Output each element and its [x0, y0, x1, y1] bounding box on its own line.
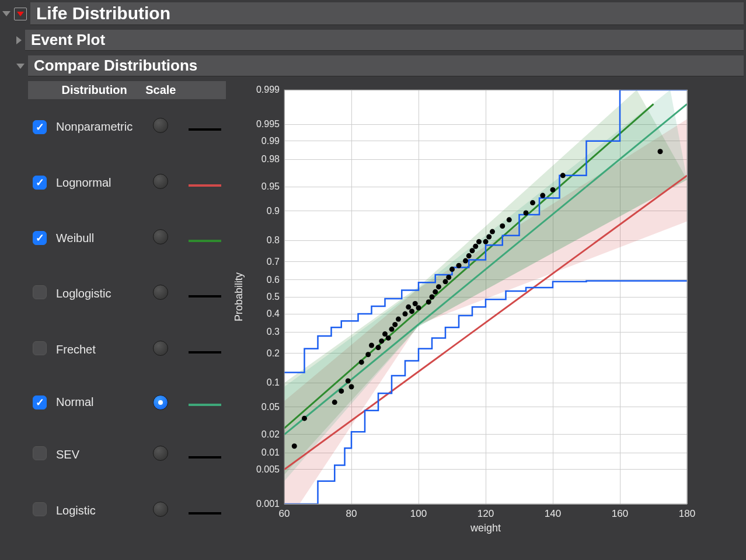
svg-point-84	[456, 263, 462, 268]
svg-text:100: 100	[410, 508, 427, 519]
svg-point-98	[550, 187, 556, 192]
svg-text:60: 60	[279, 508, 290, 519]
svg-point-58	[332, 400, 337, 405]
svg-text:0.95: 0.95	[262, 181, 280, 191]
svg-point-60	[346, 379, 351, 384]
distribution-row: SEV	[28, 427, 226, 482]
distribution-name: Logistic	[51, 483, 137, 538]
compare-body: Distribution Scale NonparametricLognorma…	[28, 79, 746, 538]
svg-point-67	[382, 331, 388, 337]
svg-point-75	[413, 301, 418, 306]
col-scale: Scale	[137, 81, 184, 99]
svg-point-64	[369, 342, 374, 348]
svg-point-96	[530, 200, 535, 205]
svg-point-71	[396, 317, 401, 322]
distribution-row: Loglogistic	[28, 266, 226, 321]
distribution-table: Distribution Scale NonparametricLognorma…	[28, 81, 226, 538]
svg-text:0.9: 0.9	[267, 206, 280, 216]
svg-text:Probability: Probability	[233, 272, 245, 321]
svg-point-69	[389, 327, 395, 332]
distribution-name: Weibull	[51, 211, 137, 266]
probability-plot[interactable]: 60801001201401601800.0010.0050.010.020.0…	[232, 81, 699, 538]
svg-point-77	[426, 299, 431, 304]
col-distribution: Distribution	[51, 81, 137, 99]
scale-radio[interactable]	[153, 395, 168, 410]
svg-point-59	[339, 388, 344, 394]
svg-text:0.1: 0.1	[267, 377, 280, 387]
svg-point-79	[433, 289, 438, 295]
svg-text:180: 180	[679, 508, 695, 519]
distribution-row: Lognormal	[28, 155, 226, 210]
scale-radio[interactable]	[153, 174, 168, 189]
svg-point-94	[507, 217, 512, 222]
svg-text:0.3: 0.3	[267, 327, 280, 337]
svg-text:0.8: 0.8	[267, 235, 280, 245]
line-color-swatch	[189, 351, 221, 354]
svg-text:0.4: 0.4	[267, 309, 280, 318]
line-color-swatch	[189, 240, 221, 242]
scale-radio[interactable]	[153, 118, 168, 133]
line-color-swatch	[189, 295, 221, 298]
compare-title: Compare Distributions	[28, 55, 744, 76]
line-color-swatch	[189, 512, 221, 514]
svg-point-90	[483, 239, 489, 244]
svg-point-95	[524, 210, 529, 215]
svg-point-76	[416, 305, 421, 310]
distribution-checkbox[interactable]	[33, 176, 47, 190]
line-color-swatch	[189, 404, 221, 406]
svg-text:0.5: 0.5	[267, 292, 280, 302]
svg-text:0.6: 0.6	[267, 275, 280, 285]
svg-point-63	[366, 352, 371, 357]
scale-radio[interactable]	[153, 502, 168, 517]
svg-point-65	[376, 345, 381, 350]
svg-text:0.01: 0.01	[262, 447, 280, 457]
distribution-row: Frechet	[28, 321, 226, 377]
svg-point-82	[447, 275, 452, 280]
distribution-checkbox[interactable]	[33, 341, 47, 355]
line-color-swatch	[189, 128, 221, 131]
svg-point-88	[473, 244, 479, 249]
distribution-checkbox[interactable]	[33, 285, 47, 299]
svg-point-73	[406, 304, 412, 310]
svg-text:0.98: 0.98	[262, 154, 280, 164]
svg-text:140: 140	[545, 508, 561, 519]
distribution-name: SEV	[51, 427, 137, 482]
scale-radio[interactable]	[153, 341, 168, 356]
svg-point-56	[292, 443, 297, 449]
svg-point-87	[470, 248, 475, 253]
distribution-checkbox[interactable]	[33, 446, 47, 460]
scale-radio[interactable]	[153, 229, 168, 244]
svg-text:0.02: 0.02	[262, 429, 280, 439]
distribution-checkbox[interactable]	[33, 120, 47, 134]
chevron-down-icon[interactable]	[2, 11, 11, 16]
svg-point-85	[463, 258, 468, 264]
distribution-row: Logistic	[28, 483, 226, 538]
distribution-name: Lognormal	[51, 155, 137, 210]
svg-point-81	[443, 279, 448, 284]
svg-text:weight: weight	[470, 522, 501, 534]
svg-point-70	[393, 322, 398, 327]
scale-radio[interactable]	[153, 446, 168, 461]
svg-text:120: 120	[477, 508, 494, 519]
distribution-row: Nonparametric	[28, 99, 226, 155]
svg-point-72	[403, 312, 408, 317]
report-menu-button[interactable]	[14, 8, 27, 20]
scale-radio[interactable]	[153, 285, 168, 300]
distribution-checkbox[interactable]	[33, 231, 47, 245]
svg-point-66	[379, 338, 385, 344]
svg-point-92	[490, 229, 495, 235]
distribution-checkbox[interactable]	[33, 502, 47, 516]
svg-point-89	[476, 239, 482, 244]
chevron-right-icon[interactable]	[16, 36, 22, 44]
svg-text:0.7: 0.7	[267, 257, 280, 267]
distribution-row: Normal	[28, 377, 226, 428]
svg-text:0.99: 0.99	[262, 136, 280, 146]
svg-text:0.2: 0.2	[267, 348, 280, 358]
distribution-name: Normal	[51, 377, 137, 428]
chevron-down-icon[interactable]	[16, 64, 25, 69]
svg-text:80: 80	[346, 508, 357, 519]
report-title: Life Distribution	[30, 2, 744, 25]
distribution-checkbox[interactable]	[33, 396, 47, 410]
distribution-name: Loglogistic	[51, 266, 137, 321]
line-color-swatch	[189, 456, 221, 459]
